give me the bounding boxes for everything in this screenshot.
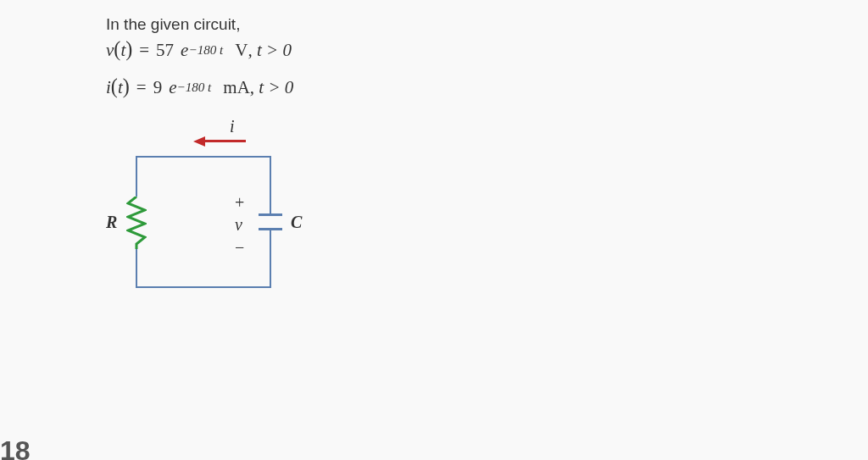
wire-left-lower — [136, 247, 137, 288]
wire-right-upper — [270, 156, 271, 213]
equation-i: i(t) = 9 e−180 t mA, t > 0 — [106, 75, 309, 98]
page-number: 18 — [0, 435, 31, 460]
current-arrow-icon — [193, 136, 205, 147]
current-arrow-line — [205, 140, 246, 142]
circuit-diagram: i R C + v − — [106, 115, 309, 310]
wire-bottom — [136, 286, 271, 288]
intro-text: In the given circuit, — [106, 15, 309, 34]
resistor-icon — [126, 197, 147, 249]
wire-right-lower — [270, 230, 271, 288]
problem-content: In the given circuit, v(t) = 57 e−180 t … — [106, 15, 309, 310]
i-unit: mA — [223, 77, 250, 98]
capacitor-top-plate — [259, 213, 282, 216]
wire-left-upper — [136, 156, 137, 197]
capacitor-label: C — [291, 213, 302, 232]
wire-top — [136, 156, 271, 158]
voltage-label: v — [235, 215, 242, 235]
equation-v: v(t) = 57 e−180 t V, t > 0 — [106, 37, 309, 61]
v-exp: −180 t — [188, 43, 223, 58]
v-cond: , t > 0 — [248, 40, 292, 61]
v-ebase: e — [181, 40, 188, 61]
capacitor-bottom-plate — [259, 228, 282, 230]
i-exp: −180 t — [176, 80, 211, 95]
i-coef: 9 — [153, 77, 163, 98]
i-ebase: e — [169, 77, 176, 98]
v-unit: V — [235, 40, 248, 61]
resistor-label: R — [106, 213, 117, 232]
v-var: v — [106, 40, 114, 61]
i-cond: , t > 0 — [250, 77, 294, 98]
polarity-plus: + — [235, 193, 244, 213]
current-label: i — [230, 117, 235, 136]
polarity-minus: − — [235, 238, 244, 258]
v-coef: 57 — [156, 40, 174, 61]
